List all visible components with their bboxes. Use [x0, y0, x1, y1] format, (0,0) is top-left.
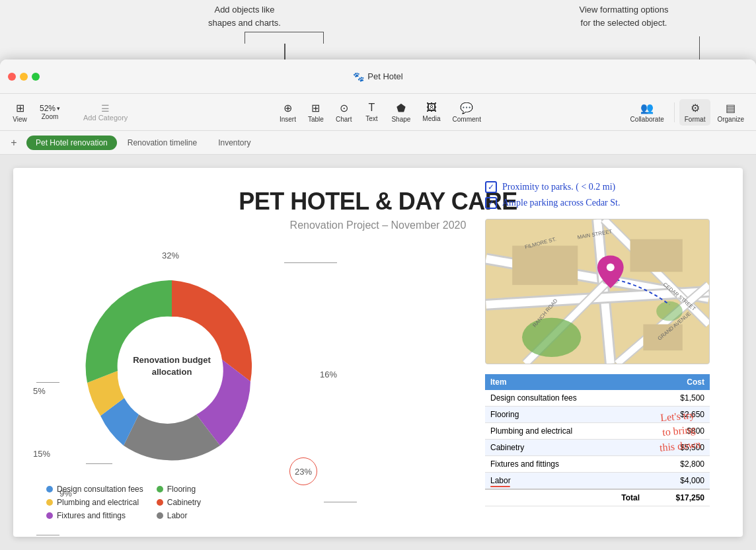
tabbar: + Pet Hotel renovation Renovation timeli…: [0, 131, 756, 155]
shape-button[interactable]: ⬟ Shape: [386, 99, 416, 126]
pct-5-value: 5%: [33, 386, 46, 396]
organize-label: Organize: [717, 116, 744, 123]
pct-5-line: [36, 535, 59, 535]
zoom-label: Zoom: [42, 113, 59, 120]
legend-cabinetry: Cabinetry: [157, 498, 201, 507]
toolbar-separator: [674, 102, 675, 122]
media-label: Media: [422, 115, 440, 122]
legend-flooring: Flooring: [157, 485, 201, 494]
toolbar-right-group: 👥 Collaborate ⚙ Format ▤ Organize: [625, 99, 749, 126]
text-button[interactable]: T Text: [358, 99, 385, 125]
legend-labor: Labor: [157, 511, 201, 520]
organize-button[interactable]: ▤ Organize: [712, 99, 749, 126]
table-cell-item: Plumbing and electrical: [485, 423, 645, 440]
titlebar: 🐾 Pet Hotel: [0, 59, 756, 94]
checklist: ✓ Proximity to parks. ( < 0.2 mi) ✓ Ampl…: [485, 181, 723, 209]
collaborate-button[interactable]: 👥 Collaborate: [625, 99, 669, 126]
pct-15-line: [36, 382, 59, 383]
window-title: 🐾 Pet Hotel: [353, 71, 402, 82]
check-item-2-text: Ample parking across Cedar St.: [502, 198, 620, 208]
legend-labor-label: Labor: [167, 511, 188, 520]
minimize-button[interactable]: [20, 73, 28, 81]
media-icon: 🖼: [426, 102, 437, 114]
table-label: Table: [308, 116, 324, 123]
format-button[interactable]: ⚙ Format: [679, 99, 711, 126]
fullscreen-button[interactable]: [32, 73, 40, 81]
legend-plumbing-label: Plumbing and electrical: [57, 498, 139, 507]
shape-label: Shape: [391, 116, 410, 123]
table-cell-item: Flooring: [485, 407, 645, 423]
pct-23-value: 23%: [295, 467, 312, 477]
tooltip-format-options: View formatting optionsfor the selected …: [558, 3, 690, 29]
total-label: Total: [485, 489, 645, 506]
insert-button[interactable]: ⊕ Insert: [274, 99, 301, 126]
pct-15: 15%: [33, 449, 50, 459]
zoom-number: 52%: [40, 104, 56, 113]
collaborate-label: Collaborate: [630, 116, 664, 123]
legend-fixtures-dot: [46, 512, 53, 519]
format-label: Format: [685, 116, 706, 123]
pct-23: 23%: [289, 457, 317, 485]
add-tab-button[interactable]: +: [7, 136, 21, 150]
collaborate-icon: 👥: [640, 102, 654, 114]
legend-cabinetry-label: Cabinetry: [167, 498, 201, 507]
traffic-lights: [8, 73, 40, 81]
shape-icon: ⬟: [397, 102, 406, 114]
comment-label: Comment: [453, 116, 481, 123]
tooltip-left-bracket: [245, 32, 324, 44]
table-cell-item: Design consultation fees: [485, 390, 645, 407]
legend-fixtures: Fixtures and fittings: [46, 511, 143, 520]
table-cell-labor: Labor: [485, 473, 645, 490]
table-cell-cost: $2,800: [645, 456, 710, 473]
legend-plumbing-dot: [46, 499, 53, 506]
table-row: Design consultation fees $1,500: [485, 390, 710, 407]
zoom-value: 52% ▾: [40, 104, 60, 113]
chart-icon: ⊙: [340, 102, 348, 114]
comment-button[interactable]: 💬 Comment: [447, 99, 486, 126]
pct-32-line: [284, 262, 337, 263]
chevron-down-icon: ▾: [57, 105, 60, 112]
window-title-text: Pet Hotel: [367, 71, 402, 81]
add-category-label: Add Category: [83, 114, 128, 122]
table-cell-cost: $1,500: [645, 390, 710, 407]
table-cell-item: Cabinetry: [485, 440, 645, 456]
add-category-button[interactable]: ☰ Add Category: [75, 100, 135, 124]
pct-15-value: 15%: [33, 449, 50, 459]
right-panel: ✓ Proximity to parks. ( < 0.2 mi) ✓ Ampl…: [485, 181, 723, 506]
table-header-cost: Cost: [645, 374, 710, 390]
donut-center-label: Renovation budgetallocation: [59, 254, 284, 479]
tab-inventory[interactable]: Inventory: [208, 135, 261, 151]
tooltip-area: Add objects likeshapes and charts. View …: [0, 0, 756, 59]
close-button[interactable]: [8, 73, 16, 81]
check-item-1: ✓ Proximity to parks. ( < 0.2 mi): [485, 181, 723, 193]
legend-flooring-label: Flooring: [167, 485, 196, 494]
check-item-1-text: Proximity to parks. ( < 0.2 mi): [502, 182, 615, 192]
pct-16-line: [324, 502, 357, 502]
table-icon: ⊞: [311, 102, 320, 114]
legend-col-1: Design consultation fees Plumbing and el…: [46, 485, 143, 520]
total-value: $17,250: [645, 489, 710, 506]
toolbar-left-group: ⊞ View 52% ▾ Zoom: [7, 99, 65, 126]
insert-icon: ⊕: [284, 102, 292, 114]
zoom-control[interactable]: 52% ▾ Zoom: [34, 101, 65, 123]
map-container: FILMORE ST. MAIN STREET CEDAR STREET RAN…: [485, 219, 710, 364]
table-total-row: Total $17,250: [485, 489, 710, 506]
tab-renovation-timeline[interactable]: Renovation timeline: [117, 135, 208, 151]
comment-icon: 💬: [460, 102, 473, 114]
table-cell-item: Fixtures and fittings: [485, 456, 645, 473]
tab-inventory-label: Inventory: [218, 138, 250, 147]
table-button[interactable]: ⊞ Table: [303, 99, 329, 126]
legend-fixtures-label: Fixtures and fittings: [57, 511, 126, 520]
media-button[interactable]: 🖼 Media: [417, 99, 445, 125]
table-row-labor: Labor $4,000: [485, 473, 710, 490]
chart-button[interactable]: ⊙ Chart: [330, 99, 357, 126]
tab-pet-hotel-renovation[interactable]: Pet Hotel renovation: [26, 136, 117, 150]
active-tab-label: Pet Hotel renovation: [36, 138, 108, 147]
slide-canvas[interactable]: PET HOTEL & DAY CARE Renovation Project …: [13, 168, 743, 537]
svg-point-25: [607, 263, 615, 271]
view-button[interactable]: ⊞ View: [7, 99, 33, 126]
tooltip-right-vline: [699, 36, 700, 63]
main-content: PET HOTEL & DAY CARE Renovation Project …: [0, 155, 756, 550]
donut-label: Renovation budgetallocation: [133, 354, 211, 378]
table-cell-labor-cost: $4,000: [645, 473, 710, 490]
